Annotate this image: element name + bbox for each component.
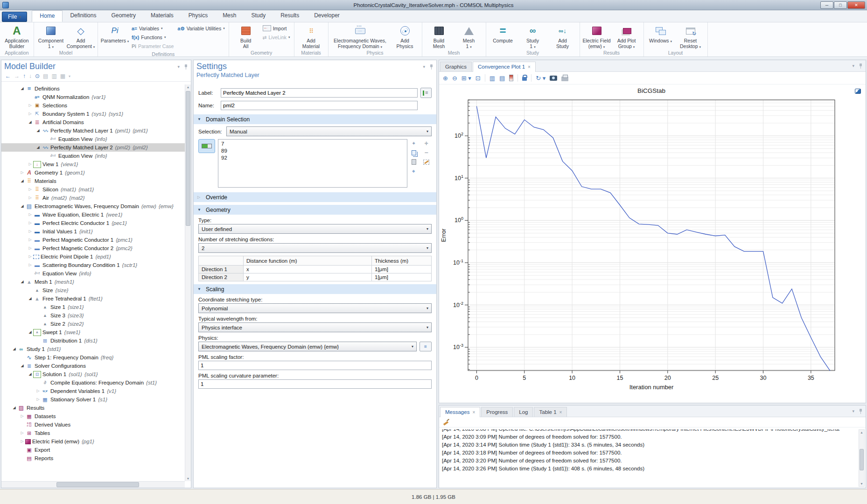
tree-item[interactable]: Size 3{size3} (1, 311, 185, 320)
tree-item[interactable]: ◢Results (1, 404, 185, 412)
electromagnetic-waves-frequency-domain-button[interactable]: ···Electromagnetic Waves,Frequency Domai… (330, 23, 390, 49)
table-cell[interactable]: y (244, 273, 372, 281)
table-cell[interactable]: 1[μm] (372, 273, 432, 281)
add-study-button[interactable]: ∞↓AddStudy (548, 23, 578, 49)
graphics-tab-graphics[interactable]: Graphics (440, 62, 472, 71)
maximize-button[interactable]: □ (834, 1, 847, 9)
pin-icon[interactable] (429, 64, 434, 70)
expand-arrow-icon[interactable]: ▷ (27, 160, 33, 168)
refresh-icon[interactable]: ↻ ▾ (536, 75, 545, 82)
tree-item[interactable]: ▷Geometry 1{geom1} (1, 168, 185, 177)
pin-icon[interactable] (183, 64, 188, 70)
mesh-1-button[interactable]: Mesh1 ▾ (454, 23, 484, 49)
tree-item[interactable]: Derived Values (1, 420, 185, 429)
expand-arrow-icon[interactable]: ▷ (27, 210, 33, 219)
tree-item[interactable]: ▷View 1{view1} (1, 160, 185, 168)
section-override[interactable]: ▷ Override (194, 192, 436, 202)
expand-arrow-icon[interactable]: ▷ (19, 437, 25, 446)
pml-curvature-field[interactable] (198, 379, 432, 389)
tree-item[interactable]: Equation View{info} (1, 135, 185, 143)
create-selection-icon[interactable] (410, 140, 417, 147)
color-bar-icon[interactable] (509, 75, 513, 81)
tree-item[interactable]: ▷Perfect Electric Conductor 1{pec1} (1, 219, 185, 227)
axis-grid-icon[interactable]: ▥ (489, 75, 495, 82)
add-plot-group-button[interactable]: Add PlotGroup ▾ (612, 23, 642, 49)
ribbon-tab-mesh[interactable]: Mesh (215, 10, 244, 22)
clear-log-icon[interactable] (443, 420, 449, 425)
add-component-button[interactable]: ◇AddComponent ▾ (66, 23, 96, 49)
tree-item[interactable]: Equation View{info} (1, 152, 185, 160)
expand-arrow-icon[interactable]: ▷ (27, 185, 33, 194)
move-up-icon[interactable]: ↑ (23, 73, 26, 79)
tree-item[interactable]: ◢Solver Configurations (1, 362, 185, 370)
stretching-directions-dropdown[interactable]: 2▾ (198, 243, 432, 253)
panel-menu-icon[interactable]: ▾ (177, 64, 180, 69)
expand-arrow-icon[interactable]: ▷ (27, 227, 33, 236)
close-tab-icon[interactable]: × (528, 64, 531, 70)
tree-item[interactable]: Compile Equations: Frequency Domain{st1} (1, 378, 185, 387)
menu-icon[interactable]: ▾ (69, 74, 70, 78)
tree-item[interactable]: ▷Electric Field (emw){pg1} (1, 437, 185, 446)
tree-item[interactable]: ◢Mesh 1{mesh1} (1, 278, 185, 286)
messages-tab-table-1[interactable]: Table 1× (534, 407, 567, 417)
variables-button[interactable]: a=Variables▾ (132, 24, 174, 32)
table-cell[interactable]: 1[μm] (372, 266, 432, 273)
tree-item[interactable]: ◢Perfectly Matched Layer 1(pml1){pml1} (1, 126, 185, 135)
expand-arrow-icon[interactable]: ▷ (19, 412, 25, 420)
tree-item[interactable]: ▷Selections (1, 101, 185, 110)
table-row[interactable]: Direction 2y1[μm] (199, 273, 432, 281)
remove-from-selection-icon[interactable] (423, 149, 430, 156)
messages-tab-progress[interactable]: Progress (481, 407, 513, 417)
collapse-arrow-icon[interactable]: ◢ (19, 84, 25, 93)
expand-arrow-icon[interactable]: ▷ (35, 395, 41, 404)
paste-selection-icon[interactable] (412, 159, 416, 165)
expand-arrow-icon[interactable]: ▷ (19, 429, 25, 437)
build-all-button[interactable]: BuildAll (231, 23, 261, 49)
domain-list-item[interactable]: 7 (221, 140, 404, 147)
tree-item[interactable]: ▷Tables (1, 429, 185, 437)
windows-button[interactable]: Windows ▾ (646, 23, 676, 49)
collapse-arrow-icon[interactable]: ◢ (27, 370, 33, 378)
expand-arrow-icon[interactable]: ▷ (27, 244, 33, 252)
collapse-arrow-icon[interactable]: ◢ (19, 278, 25, 286)
plot-window-icon[interactable] (855, 89, 861, 94)
ribbon-tab-home[interactable]: Home (32, 10, 63, 22)
node-text-icon[interactable]: ▦ (60, 73, 65, 79)
section-geometry[interactable]: ▼ Geometry (194, 205, 436, 215)
tree-item[interactable]: QNM Normalization{var1} (1, 93, 185, 101)
active-toggle-button[interactable] (198, 139, 215, 153)
move-down-icon[interactable]: ↓ (29, 73, 32, 79)
collapse-arrow-icon[interactable]: ◢ (35, 143, 41, 152)
panel-menu-icon[interactable]: ▾ (852, 63, 854, 68)
messages-tab-messages[interactable]: Messages× (440, 407, 480, 417)
tree-item[interactable]: ▷Wave Equation, Electric 1{wee1} (1, 210, 185, 219)
tree-item[interactable]: ◢Swept 1{swe1} (1, 328, 185, 336)
section-domain-selection[interactable]: ▼ Domain Selection (194, 114, 436, 124)
file-menu-button[interactable]: File ▾ (2, 12, 27, 22)
tree-item[interactable]: Reports (1, 454, 185, 462)
tree-item[interactable]: ▷Silicon(mat1){mat1} (1, 185, 185, 194)
tree-item[interactable]: Equation View{info} (1, 269, 185, 278)
import-button[interactable]: Import (263, 24, 290, 32)
functions-button[interactable]: f(x)Functions▾ (132, 33, 174, 41)
lock-icon[interactable] (522, 75, 527, 81)
zoom-extents-icon[interactable]: ⊡ (475, 75, 481, 82)
add-to-selection-icon[interactable] (423, 140, 430, 147)
study-1-button[interactable]: ∞Study1 ▾ (518, 23, 548, 49)
plot-area[interactable]: 0510152025303510210110010-110-210-3BiCGS… (439, 85, 866, 403)
ribbon-tab-geometry[interactable]: Geometry (104, 10, 143, 22)
parameters-button[interactable]: PiParameters ▾ (100, 23, 130, 51)
build-mesh-button[interactable]: BuildMesh (424, 23, 454, 49)
expand-arrow-icon[interactable]: ▷ (19, 168, 25, 177)
collapse-arrow-icon[interactable]: ◢ (19, 362, 25, 370)
close-tab-icon[interactable]: × (472, 410, 475, 415)
expand-all-icon[interactable]: ▥ (51, 73, 56, 79)
add-physics-button[interactable]: AddPhysics (390, 23, 420, 49)
stretching-type-dropdown[interactable]: Polynomial▾ (198, 303, 432, 313)
zoom-box-icon[interactable]: ⊞ ▾ (461, 75, 471, 82)
collapse-arrow-icon[interactable]: ◢ (27, 328, 33, 336)
print-icon[interactable] (561, 75, 568, 81)
tree-item[interactable]: ◢Definitions (1, 84, 185, 93)
domain-list-item[interactable]: 92 (221, 154, 404, 161)
ribbon-tab-definitions[interactable]: Definitions (63, 10, 104, 22)
